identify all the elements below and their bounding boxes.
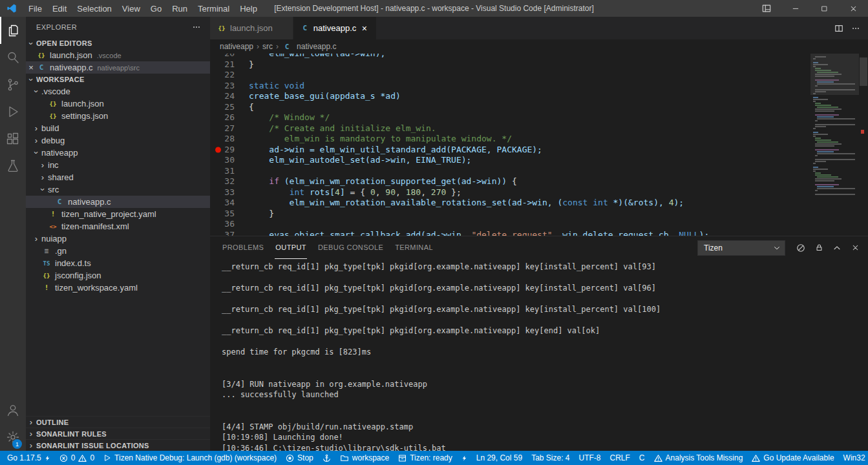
status-debug-launch[interactable]: Tizen Native Debug: Launch (gdb) (worksp…	[99, 451, 281, 465]
output-content[interactable]: __return_cb req_id[1] pkg_type[tpk] pkgi…	[210, 259, 868, 451]
maximize-panel-button[interactable]	[831, 242, 843, 254]
line-number[interactable]: 33	[210, 187, 249, 198]
code-line[interactable]: 31	[210, 166, 810, 177]
close-icon[interactable]: ×	[359, 23, 370, 34]
line-number[interactable]: 32	[210, 176, 249, 187]
line-number[interactable]: 37	[210, 230, 249, 236]
line-number[interactable]: 20	[210, 54, 249, 59]
line-number[interactable]: 23	[210, 81, 249, 92]
code-line[interactable]: 26 /* Window */	[210, 112, 810, 123]
line-number[interactable]: 21	[210, 59, 249, 70]
file-jsconfig-json[interactable]: {}jsconfig.json	[26, 269, 210, 282]
breadcrumb-item-nativeapp-c[interactable]: Cnativeapp.c	[282, 41, 336, 52]
folder-nuiapp[interactable]: ›nuiapp	[26, 232, 210, 245]
code-line[interactable]: 32 if (elm_win_wm_rotation_supported_get…	[210, 176, 810, 187]
line-number[interactable]: 30	[210, 155, 249, 166]
file-tizen-manifest-xml[interactable]: <>tizen-manifest.xml	[26, 220, 210, 232]
code-line[interactable]: 24create_base_gui(appdata_s *ad)	[210, 91, 810, 102]
file-tizen-workspace-yaml[interactable]: !tizen_workspace.yaml	[26, 282, 210, 294]
code-line[interactable]: 20 elm_win_lower(ad->win);	[210, 54, 810, 59]
breadcrumb-item-src[interactable]: src	[262, 42, 273, 51]
workspace-header[interactable]: › WORKSPACE	[26, 74, 210, 85]
menu-edit[interactable]: Edit	[47, 0, 72, 17]
line-number[interactable]: 31	[210, 166, 249, 177]
minimize-button[interactable]	[781, 0, 810, 17]
code-line[interactable]: 36	[210, 219, 810, 230]
status-tab-size[interactable]: Tab Size: 4	[527, 451, 574, 465]
code-line[interactable]: 28 elm_win is mandatory to manipulate wi…	[210, 134, 810, 145]
code-line[interactable]: 23static void	[210, 81, 810, 92]
panel-tab-debug-console[interactable]: DEBUG CONSOLE	[317, 236, 384, 259]
line-number[interactable]: 36	[210, 219, 249, 230]
activity-extensions[interactable]	[0, 125, 26, 152]
file-tizen-native-project-yaml[interactable]: !tizen_native_project.yaml	[26, 208, 210, 220]
tab-nativeapp-c[interactable]: Cnativeapp.c×	[293, 17, 377, 39]
code-editor[interactable]: 20 elm_win_lower(ad->win);21}2223static …	[210, 54, 810, 236]
line-number[interactable]: 27	[210, 123, 249, 134]
code-line[interactable]: 37 evas_object_smart_callback_add(ad->wi…	[210, 230, 810, 236]
folder-inc[interactable]: ›inc	[26, 159, 210, 171]
menu-view[interactable]: View	[117, 0, 145, 17]
folder-debug[interactable]: ›debug	[26, 134, 210, 147]
section-sonarlint-rules[interactable]: ›SONARLINT RULES	[26, 428, 210, 439]
clear-output-button[interactable]	[794, 242, 807, 254]
status-cursor-position[interactable]: Ln 29, Col 59	[472, 451, 527, 465]
close-panel-button[interactable]	[849, 242, 862, 254]
code-line[interactable]: 34 elm_win_wm_rotation_available_rotatio…	[210, 198, 810, 209]
status-language-mode[interactable]: C	[635, 451, 650, 465]
status-eol[interactable]: CRLF	[606, 451, 635, 465]
status-encoding[interactable]: UTF-8	[575, 451, 606, 465]
activity-settings[interactable]: 1	[0, 424, 26, 451]
status-tizen-status[interactable]: Tizen: ready	[394, 451, 457, 465]
code-line[interactable]: 21}	[210, 59, 810, 70]
file-launch-json[interactable]: {}launch.json	[26, 98, 210, 110]
code-line[interactable]: 33 int rots[4] = { 0, 90, 180, 270 };	[210, 187, 810, 198]
section-sonarlint-issue-locations[interactable]: ›SONARLINT ISSUE LOCATIONS	[26, 439, 210, 451]
line-number[interactable]: 25	[210, 102, 249, 113]
file-settings-json[interactable]: {}settings.json	[26, 110, 210, 122]
menu-go[interactable]: Go	[145, 0, 167, 17]
file-nativeapp-c[interactable]: Cnativeapp.c	[26, 196, 210, 208]
activity-source-control[interactable]	[0, 71, 26, 98]
code-line[interactable]: 29 ad->win = elm_win_util_standard_add(P…	[210, 145, 810, 156]
panel-tab-terminal[interactable]: TERMINAL	[394, 236, 434, 259]
split-editor-icon[interactable]	[834, 24, 843, 33]
menu-file[interactable]: File	[23, 0, 47, 17]
scrollbar-thumb[interactable]	[860, 57, 867, 86]
activity-search[interactable]	[0, 44, 26, 71]
status-problems[interactable]: 00	[55, 451, 99, 465]
close-button[interactable]	[839, 0, 868, 17]
output-channel-select[interactable]: Tizen	[697, 240, 785, 256]
menu-selection[interactable]: Selection	[72, 0, 116, 17]
menu-help[interactable]: Help	[235, 0, 262, 17]
line-number[interactable]: 24	[210, 91, 249, 102]
close-icon[interactable]: ×	[26, 63, 36, 72]
folder-build[interactable]: ›build	[26, 122, 210, 134]
file-index-d-ts[interactable]: TSindex.d.ts	[26, 257, 210, 269]
file-gn[interactable]: ≡.gn	[26, 245, 210, 257]
line-number[interactable]: 22	[210, 70, 249, 81]
folder-src[interactable]: ›src	[26, 183, 210, 196]
activity-run-and-debug[interactable]	[0, 98, 26, 125]
activity-sonarlint[interactable]	[0, 152, 26, 180]
maximize-button[interactable]	[810, 0, 839, 17]
status-go-update[interactable]: Go Update Available	[747, 451, 838, 465]
more-actions-icon[interactable]	[851, 24, 860, 33]
line-number[interactable]: 35	[210, 209, 249, 220]
section-outline[interactable]: ›OUTLINE	[26, 416, 210, 428]
activity-accounts[interactable]	[0, 397, 26, 424]
open-editor-nativeapp-c[interactable]: ×Cnativeapp.cnativeapp\src	[26, 61, 210, 74]
lock-scroll-button[interactable]	[812, 242, 825, 254]
folder-nativeapp[interactable]: ›nativeapp	[26, 147, 210, 159]
menu-terminal[interactable]: Terminal	[193, 0, 235, 17]
code-line[interactable]: 25{	[210, 102, 810, 113]
open-editors-header[interactable]: › OPEN EDITORS	[26, 37, 210, 49]
layout-button[interactable]	[752, 0, 781, 17]
status-analysis-tools[interactable]: Analysis Tools Missing	[650, 451, 748, 465]
status-stop-debug[interactable]: Stop	[281, 451, 318, 465]
code-line[interactable]: 30 elm_win_autodel_set(ad->win, EINA_TRU…	[210, 155, 810, 166]
code-line[interactable]: 35 }	[210, 209, 810, 220]
panel-tab-problems[interactable]: PROBLEMS	[222, 236, 264, 259]
status-platform[interactable]: Win32	[839, 451, 868, 465]
line-number[interactable]: 29	[210, 145, 249, 156]
